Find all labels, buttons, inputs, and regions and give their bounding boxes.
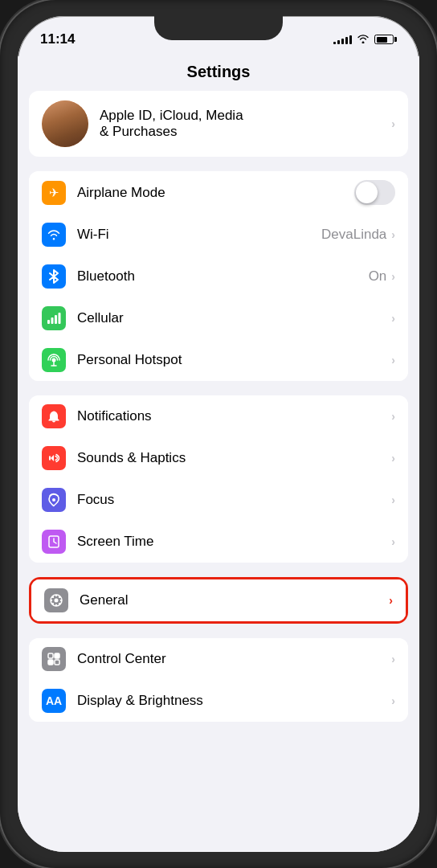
wifi-chevron: › bbox=[391, 228, 395, 241]
sidebar-item-wifi[interactable]: Wi-Fi DevaLinda › bbox=[29, 214, 408, 256]
sidebar-item-screen-time[interactable]: Screen Time › bbox=[29, 521, 408, 563]
notifications-chevron: › bbox=[391, 410, 395, 423]
focus-label: Focus bbox=[77, 492, 114, 508]
sidebar-item-general[interactable]: General › bbox=[31, 579, 406, 621]
cellular-chevron: › bbox=[391, 312, 395, 325]
svg-rect-1 bbox=[51, 317, 54, 324]
general-group: General › bbox=[31, 579, 406, 621]
sidebar-item-cellular[interactable]: Cellular › bbox=[29, 297, 408, 339]
bluetooth-label: Bluetooth bbox=[77, 268, 135, 285]
screen-content: Settings Apple ID, iCloud, Media & Purch… bbox=[18, 56, 419, 852]
svg-rect-0 bbox=[47, 320, 50, 324]
profile-item[interactable]: Apple ID, iCloud, Media & Purchases › bbox=[29, 91, 408, 157]
display-label: Display & Brightness bbox=[77, 693, 203, 709]
sidebar-item-notifications[interactable]: Notifications › bbox=[29, 395, 408, 437]
profile-chevron: › bbox=[391, 117, 395, 130]
svg-point-16 bbox=[59, 596, 60, 598]
sounds-label: Sounds & Haptics bbox=[77, 450, 186, 466]
svg-rect-19 bbox=[48, 653, 53, 658]
svg-rect-20 bbox=[55, 653, 59, 658]
system-group: Notifications › bbox=[29, 395, 408, 563]
svg-rect-2 bbox=[55, 315, 57, 324]
control-center-chevron: › bbox=[391, 653, 395, 665]
svg-point-7 bbox=[52, 498, 55, 502]
settings-container: Apple ID, iCloud, Media & Purchases › ✈ bbox=[18, 91, 419, 722]
sidebar-item-bluetooth[interactable]: Bluetooth On › bbox=[29, 256, 408, 297]
notifications-label: Notifications bbox=[77, 408, 152, 424]
bluetooth-icon bbox=[42, 264, 66, 289]
svg-point-12 bbox=[55, 604, 57, 606]
svg-rect-22 bbox=[55, 660, 59, 665]
connectivity-group: ✈ Airplane Mode bbox=[29, 171, 408, 381]
signal-icon bbox=[333, 35, 352, 44]
control-center-icon bbox=[42, 647, 66, 671]
general-highlight: General › bbox=[29, 577, 408, 624]
svg-rect-3 bbox=[59, 313, 61, 324]
hotspot-chevron: › bbox=[391, 354, 395, 366]
screen-time-label: Screen Time bbox=[77, 534, 153, 550]
wifi-label: Wi-Fi bbox=[77, 227, 109, 243]
phone-screen: 11:14 bbox=[18, 16, 419, 852]
page-title: Settings bbox=[187, 63, 251, 80]
svg-point-10 bbox=[55, 599, 59, 603]
general-label: General bbox=[80, 592, 128, 608]
bluetooth-value: On bbox=[369, 268, 387, 285]
screen-time-chevron: › bbox=[391, 535, 395, 548]
notch bbox=[154, 16, 283, 40]
sidebar-item-focus[interactable]: Focus › bbox=[29, 479, 408, 521]
svg-point-15 bbox=[52, 596, 54, 598]
sounds-icon bbox=[42, 446, 66, 470]
airplane-mode-label: Airplane Mode bbox=[77, 185, 165, 201]
airplane-mode-icon: ✈ bbox=[42, 181, 66, 205]
general-chevron: › bbox=[389, 594, 393, 607]
wifi-icon bbox=[357, 34, 370, 46]
wifi-value: DevaLinda bbox=[321, 227, 386, 243]
svg-point-17 bbox=[52, 603, 54, 604]
sidebar-item-display-brightness[interactable]: AA Display & Brightness › bbox=[29, 680, 408, 722]
svg-point-14 bbox=[60, 600, 62, 601]
hotspot-label: Personal Hotspot bbox=[77, 352, 182, 368]
avatar bbox=[42, 100, 88, 147]
status-time: 11:14 bbox=[40, 31, 75, 47]
hotspot-icon bbox=[42, 348, 66, 372]
other-group: Control Center › AA Display & Brightness bbox=[29, 638, 408, 722]
svg-point-11 bbox=[55, 595, 57, 596]
battery-icon bbox=[374, 35, 397, 44]
svg-rect-21 bbox=[48, 660, 53, 665]
display-chevron: › bbox=[391, 694, 395, 707]
airplane-mode-toggle[interactable] bbox=[354, 180, 395, 205]
profile-info: Apple ID, iCloud, Media & Purchases bbox=[100, 108, 391, 141]
screen-time-icon bbox=[42, 530, 66, 554]
control-center-label: Control Center bbox=[77, 651, 166, 667]
wifi-settings-icon bbox=[42, 223, 66, 247]
sounds-chevron: › bbox=[391, 452, 395, 465]
general-icon bbox=[44, 588, 68, 612]
nav-header: Settings bbox=[18, 56, 419, 91]
sidebar-item-airplane-mode[interactable]: ✈ Airplane Mode bbox=[29, 171, 408, 214]
sidebar-item-control-center[interactable]: Control Center › bbox=[29, 638, 408, 680]
focus-chevron: › bbox=[391, 493, 395, 506]
display-icon: AA bbox=[42, 689, 66, 713]
svg-point-13 bbox=[51, 600, 52, 601]
phone-frame: 11:14 bbox=[0, 0, 437, 868]
sidebar-item-sounds[interactable]: Sounds & Haptics › bbox=[29, 437, 408, 479]
svg-point-18 bbox=[59, 603, 60, 604]
cellular-label: Cellular bbox=[77, 310, 124, 326]
cellular-icon bbox=[42, 306, 66, 330]
bluetooth-chevron: › bbox=[391, 270, 395, 283]
focus-icon bbox=[42, 488, 66, 512]
notifications-icon bbox=[42, 404, 66, 428]
profile-name: Apple ID, iCloud, Media & Purchases bbox=[100, 108, 391, 141]
status-icons bbox=[333, 34, 397, 46]
sidebar-item-personal-hotspot[interactable]: Personal Hotspot › bbox=[29, 339, 408, 381]
